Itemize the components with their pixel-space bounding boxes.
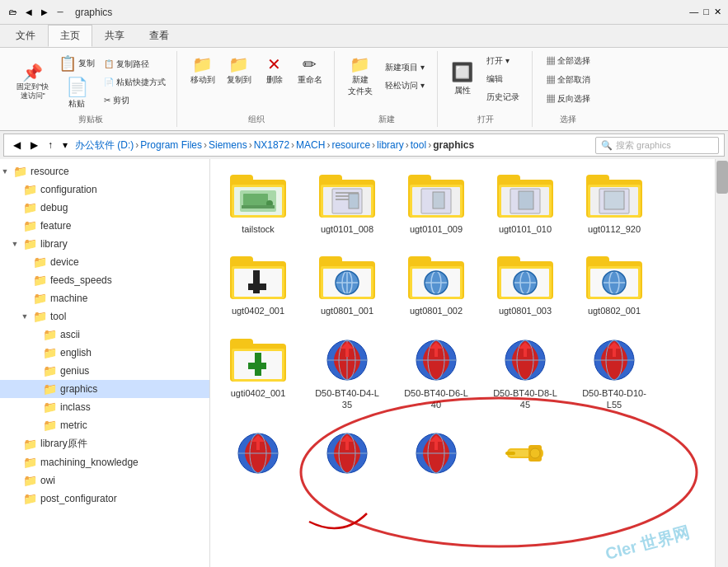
file-item-ugt0802001[interactable]: ugt0802_001 [573,247,655,322]
sidebar-item-machine[interactable]: 📁 machine [0,289,209,307]
nav-up[interactable]: ↑ [44,137,57,153]
invert-select-btn[interactable]: ▦ 反向选择 [541,91,596,107]
new-folder-btn[interactable]: 📁 新建文件夹 [343,53,378,101]
sidebar-item-tool[interactable]: ▼ 📁 tool [0,307,209,326]
sidebar-item-graphics[interactable]: 📁 graphics [0,380,209,398]
file-item-d50bt40d10l55[interactable]: D50-BT40-D10-L55 [573,330,655,417]
file-item-name-ugt0101008: ugt0101_008 [321,223,373,235]
sidebar-item-english[interactable]: 📁 english [0,344,209,362]
close-btn[interactable]: ✕ [714,7,721,17]
forward-btn[interactable]: ▶ [38,6,51,19]
file-item-ugt0801003[interactable]: ugt0801_003 [484,247,566,322]
move-to-btn[interactable]: 📁 移动到 [186,53,220,89]
sidebar-item-inclass[interactable]: 📁 inclass [0,398,209,416]
path-tool[interactable]: tool [411,139,426,151]
path-nx1872[interactable]: NX1872 [254,139,289,151]
sidebar-item-owi[interactable]: 📁 owi [0,471,209,490]
file-item-row4-1[interactable] [217,423,299,486]
file-item-ugt0402001[interactable]: ugt0402_001 [217,247,299,322]
properties-icon: 🔲 [451,62,473,83]
maximize-btn[interactable]: □ [703,7,709,17]
sidebar-item-feature[interactable]: 📁 feature [0,217,209,235]
sidebar-item-configuration[interactable]: 📁 configuration [0,180,209,199]
toggle-tool[interactable]: ▼ [20,312,30,321]
copy-to-btn[interactable]: 📁 复制到 [222,53,256,89]
select-all-btn[interactable]: ▦ 全部选择 [541,53,596,69]
scrollbar-right[interactable] [715,159,728,567]
new-item-btn[interactable]: 新建项目 ▾ [379,59,430,76]
file-item-ugt0801001[interactable]: ugt0801_001 [306,247,388,322]
copy-path-btn[interactable]: 📋 复制路径 [100,56,170,73]
file-item-ugt0112920[interactable]: ugt0112_920 [573,166,655,241]
cut-btn[interactable]: ✂ 剪切 [100,92,170,109]
file-item-row4-2[interactable] [306,423,388,486]
file-item-ugt0101010[interactable]: ugt0101_010 [484,166,566,241]
pin-btn[interactable]: ─ [54,6,67,19]
file-item-tailstock[interactable]: tailstock [217,166,299,241]
title-bar-controls[interactable]: 🗁 ◀ ▶ ─ [7,6,67,19]
ribbon-content: 📌 固定到"快速访问" 📋 复制 📄 粘贴 📋 复制路径 📄 粘贴快捷方式 [0,48,728,130]
select-buttons: ▦ 全部选择 ▦ 全部取消 ▦ 反向选择 [541,53,596,107]
path-graphics[interactable]: graphics [433,139,474,151]
sidebar-item-metric[interactable]: 📁 metric [0,416,209,434]
file-item-d50bt40d6l40[interactable]: D50-BT40-D6-L40 [395,330,477,417]
edit-btn[interactable]: 编辑 [481,71,525,87]
rename-btn[interactable]: ✏ 重命名 [293,53,327,89]
nx-icon-row4-1 [228,429,288,478]
paste-shortcut-btn[interactable]: 📄 粘贴快捷方式 [100,74,170,91]
path-mach[interactable]: MACH [296,139,325,151]
file-item-ugt0101008[interactable]: ugt0101_008 [306,166,388,241]
ribbon-group-open: 🔲 属性 打开 ▾ 编辑 历史记录 打开 [439,51,533,127]
path-resource[interactable]: resource [331,139,370,151]
tab-view[interactable]: 查看 [137,25,181,47]
recent-paths[interactable]: ▾ [59,137,72,153]
path-siemens[interactable]: Siemens [209,139,247,151]
folder-icon-ugt0101008 [317,171,377,221]
back-btn[interactable]: ◀ [22,6,35,19]
sidebar-item-genius[interactable]: 📁 genius [0,362,209,380]
select-none-btn[interactable]: ▦ 全部取消 [541,72,596,88]
sidebar-item-library-original[interactable]: 📁 library原件 [0,434,209,453]
sidebar-item-post-configurator[interactable]: 📁 post_configurator [0,490,209,508]
open-btn[interactable]: 打开 ▾ [481,53,525,69]
easy-access-btn[interactable]: 轻松访问 ▾ [379,77,430,94]
path-drive[interactable]: 办公软件 (D:) [75,138,134,152]
sidebar-item-device[interactable]: 📁 device [0,253,209,271]
tab-file[interactable]: 文件 [3,25,48,47]
folder-icon: 📁 [13,165,27,178]
pin-quickaccess-btn[interactable]: 📌 固定到"快速访问" [12,61,54,104]
sidebar-item-ascii[interactable]: 📁 ascii [0,326,209,344]
window-controls[interactable]: — □ ✕ [689,7,721,17]
paste-btn[interactable]: 📄 粘贴 [55,76,98,112]
nav-forward[interactable]: ▶ [26,137,42,153]
toggle-library[interactable]: ▼ [10,240,20,248]
sidebar-item-resource[interactable]: ▼ 📁 resource [0,162,209,180]
file-item-ugt0801002[interactable]: ugt0801_002 [395,247,477,322]
sidebar-item-machining-knowledge[interactable]: 📁 machining_knowledge [0,453,209,471]
sidebar-item-feeds-speeds[interactable]: 📁 feeds_speeds [0,271,209,289]
path-library[interactable]: library [377,139,404,151]
path-programfiles[interactable]: Program Files [140,139,202,151]
minimize-btn[interactable]: — [689,7,698,17]
nav-back[interactable]: ◀ [9,137,25,153]
sidebar-item-debug[interactable]: 📁 debug [0,199,209,217]
tab-share[interactable]: 共享 [92,25,137,47]
history-btn[interactable]: 历史记录 [481,89,525,105]
file-item-row4-3[interactable] [395,423,477,486]
nx-icon-row4-4 [496,429,555,478]
delete-btn[interactable]: ✕ 删除 [258,53,291,89]
toggle-resource[interactable]: ▼ [0,167,10,176]
tab-home[interactable]: 主页 [48,25,92,47]
sidebar-item-library[interactable]: ▼ 📁 library [0,235,209,253]
copy-btn[interactable]: 📋 复制 [55,53,98,74]
file-item-row4-4[interactable] [484,423,566,486]
properties-btn[interactable]: 🔲 属性 [446,59,479,100]
file-item-d50bt40d8l45[interactable]: D50-BT40-D8-L45 [484,330,566,417]
scroll-thumb[interactable] [716,161,728,194]
file-item-ugt0101009[interactable]: ugt0101_009 [395,166,477,241]
file-item-d50bt40d4l35[interactable]: D50-BT40-D4-L35 [306,330,388,417]
search-box[interactable]: 🔍 搜索 graphics [595,137,719,154]
copy-icon: 📋 [59,56,77,71]
file-item-ugti0402001[interactable]: ugti0402_001 [217,330,299,417]
sidebar-label-ascii: ascii [60,329,80,340]
